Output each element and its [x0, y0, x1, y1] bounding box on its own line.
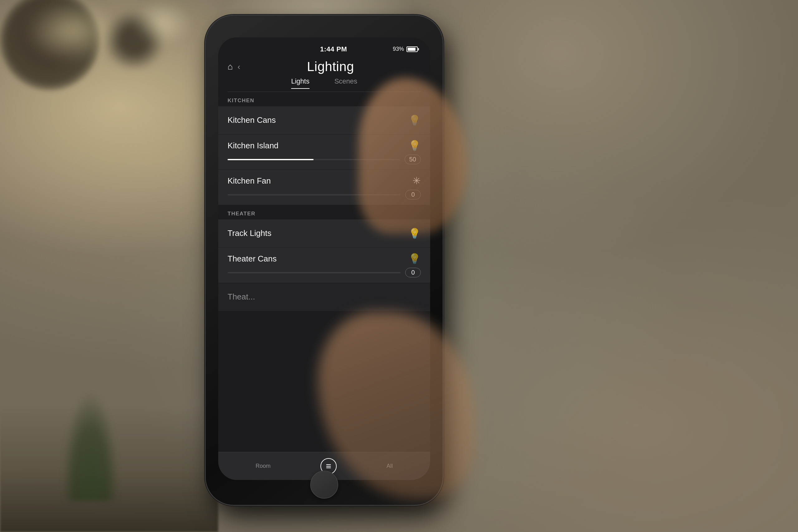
tab-scenes[interactable]: Scenes [335, 77, 357, 89]
theater-cans-row: Theater Cans 💡 [228, 253, 421, 265]
home-button[interactable] [310, 471, 338, 499]
bg-plant [62, 392, 118, 501]
status-right: 93% [393, 46, 418, 52]
home-icon[interactable]: ⌂ [228, 62, 233, 72]
app-title: Lighting [240, 59, 421, 74]
theater-cans-name: Theater Cans [228, 254, 277, 264]
bg-glow2 [131, 0, 193, 47]
kitchen-island-name: Kitchen Island [228, 141, 278, 151]
partial-row: Theat... [228, 292, 421, 302]
bg-glow1 [25, 0, 118, 62]
track-lights-name: Track Lights [228, 228, 271, 238]
kitchen-fan-name: Kitchen Fan [228, 176, 271, 186]
nav-room-label: Room [255, 463, 270, 469]
theater-cans-slider-track[interactable] [228, 272, 401, 273]
partial-name: Theat... [228, 292, 255, 302]
list-item-partial[interactable]: Theat... [218, 283, 430, 311]
battery-fill [408, 48, 416, 51]
battery-icon [406, 46, 418, 52]
status-bar: 1:44 PM 93% [218, 37, 430, 56]
back-icon[interactable]: ‹ [238, 62, 240, 72]
theater-cans-slider-row: 0 [228, 268, 421, 278]
tab-lights[interactable]: Lights [291, 77, 309, 89]
theater-cans-bulb-icon: 💡 [408, 253, 421, 265]
status-time: 1:44 PM [274, 45, 393, 53]
kitchen-island-slider-fill [228, 159, 314, 160]
kitchen-cans-name: Kitchen Cans [228, 115, 276, 125]
phone-wrapper: 1:44 PM 93% ⌂ ‹ Lighting [206, 16, 443, 514]
theater-cans-value: 0 [405, 268, 421, 278]
nav-room[interactable]: Room [255, 463, 270, 469]
list-item-theater-cans[interactable]: Theater Cans 💡 0 [218, 248, 430, 283]
battery-percent: 93% [393, 46, 404, 52]
header-top-row: ⌂ ‹ Lighting [228, 59, 421, 74]
